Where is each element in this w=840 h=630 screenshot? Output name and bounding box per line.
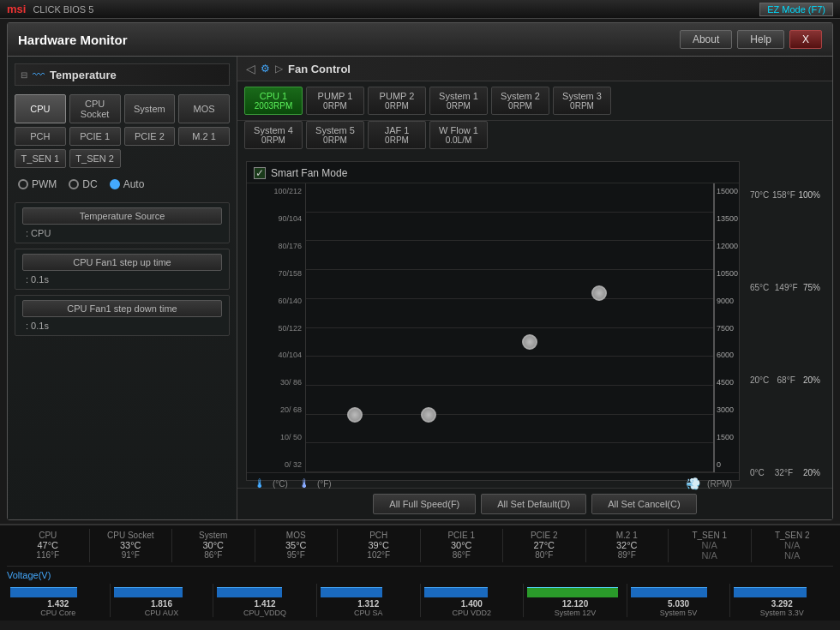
window-title: Hardware Monitor [18,33,675,47]
voltage-bar-4 [321,587,383,597]
sensor-btn-tsen2[interactable]: T_SEN 2 [69,149,121,168]
smart-fan-checkbox[interactable]: ✓ [254,167,266,179]
rpm-0: 0 [717,460,737,469]
y-label-20: 20/ 68 [249,405,302,414]
temp-pct-3: 20% [803,375,820,385]
close-button[interactable]: X [789,30,822,49]
collapse-icon[interactable]: ⊟ [21,70,27,80]
all-set-cancel-button[interactable]: All Set Cancel(C) [591,494,696,514]
voltage-system-5v: 5.030 System 5V [627,584,731,617]
temp-source-box: Temperature Source : CPU [15,202,230,243]
temperature-section-header: ⊟ 〰 Temperature [15,63,230,86]
voltage-bar-container-7 [631,584,727,597]
chart-container: ✓ Smart Fan Mode 0/ 32 10/ 50 20/ 68 30/… [246,161,740,481]
voltage-row: 1.432 CPU Core 1.816 CPU AUX 1.412 CPU_V… [7,584,833,617]
sensor-btn-cpu[interactable]: CPU [15,94,66,123]
chart-slider-2[interactable] [421,407,436,423]
voltage-cpu-vdd2: 1.400 CPU VDD2 [421,584,525,617]
temp-row-4: 0°C 32°F 20% [750,468,820,477]
voltage-bar-6 [527,587,618,597]
voltage-bar [10,587,77,597]
fan-btn-system1[interactable]: System 10RPM [429,87,488,115]
step-up-title[interactable]: CPU Fan1 step up time [22,254,222,271]
sensor-mos: MOS 35°C 95°F [255,529,339,562]
voltage-cpu-aux: 1.816 CPU AUX [111,584,214,617]
fan-btn-system3[interactable]: System 30RPM [553,87,611,115]
all-set-default-button[interactable]: All Set Default(D) [481,494,586,514]
temperature-section-title: Temperature [50,69,117,81]
temp-source-title[interactable]: Temperature Source [22,207,222,225]
temp-c-4: 0°C [750,468,765,477]
ez-mode-button[interactable]: EZ Mode (F7) [759,3,833,16]
hardware-monitor-window: Hardware Monitor About Help X ⊟ 〰 Temper… [7,22,833,520]
y-label-70: 70/158 [249,269,302,278]
voltage-bar-3 [217,587,282,597]
voltage-bar-container-4 [321,584,417,597]
y-label-100: 100/212 [249,187,302,195]
bottom-bar: CPU 47°C 116°F CPU Socket 33°C 91°F Syst… [0,524,840,621]
temp-c-2: 65°C [750,283,769,292]
sensor-btn-cpu-socket[interactable]: CPU Socket [69,94,121,123]
y-label-40: 40/104 [249,351,302,359]
top-bar: msi CLICK BIOS 5 EZ Mode (F7) [0,0,840,19]
sensor-cpu: CPU 47°C 116°F [7,529,90,562]
pwm-radio[interactable]: PWM [18,178,57,190]
arrow-right-icon: ▷ [275,63,283,75]
fan-buttons-row1: CPU 12003RPM PUMP 10RPM PUMP 20RPM Syste… [237,81,832,121]
chart-slider-3[interactable] [522,334,537,350]
temp-f-4: 32°F [775,468,793,477]
help-button[interactable]: Help [737,30,784,49]
chart-slider-4[interactable] [591,285,607,301]
fan-control-header: ◁ ⚙ ▷ Fan Control [237,57,832,81]
voltage-bar-8 [734,587,807,597]
fan-control-title: Fan Control [288,63,351,75]
voltage-system-33v: 3.292 System 3.3V [730,584,833,617]
fan-buttons-row2: System 40RPM System 50RPM JAF 10RPM W Fl… [237,121,832,154]
fan-btn-cpu1[interactable]: CPU 12003RPM [244,87,303,115]
rpm-13500: 13500 [717,214,737,223]
y-label-80: 80/176 [249,242,302,250]
temp-f-2: 149°F [775,283,798,292]
sensor-btn-pch[interactable]: PCH [15,127,66,146]
y-label-30: 30/ 86 [249,378,302,387]
sensor-btn-system[interactable]: System [124,94,176,123]
dc-radio[interactable]: DC [69,178,97,190]
sensor-m21: M.2 1 32°C 89°F [586,529,669,562]
auto-radio-circle [110,179,120,189]
fan-btn-system4[interactable]: System 40RPM [244,121,303,149]
all-full-speed-button[interactable]: All Full Speed(F) [373,494,476,514]
temp-c-3: 20°C [750,375,769,385]
temp-pct-4: 20% [803,468,820,477]
dc-radio-circle [69,179,79,189]
fan-btn-pump1[interactable]: PUMP 10RPM [306,87,364,115]
chart-inner: 0/ 32 10/ 50 20/ 68 30/ 86 40/104 50/122… [247,183,739,472]
pwm-label: PWM [32,178,57,190]
fan-btn-jaf1[interactable]: JAF 10RPM [368,121,426,149]
y-label-90: 90/104 [249,214,302,223]
fan-btn-wflow1[interactable]: W Flow 10.0L/M [429,121,488,149]
about-button[interactable]: About [680,30,732,49]
voltage-cpu-vddq: 1.412 CPU_VDDQ [213,584,317,617]
sensor-btn-pcie1[interactable]: PCIE 1 [69,127,121,146]
voltage-bar-container-2 [114,584,210,597]
temp-labels: 70°C 158°F 100% 65°C 149°F 75% 20°C 68°F… [747,161,824,481]
voltage-bar-container-8 [734,584,830,597]
sensor-btn-mos[interactable]: MOS [178,94,230,123]
fan-btn-system2[interactable]: System 20RPM [491,87,549,115]
smart-fan-header: ✓ Smart Fan Mode [247,162,739,183]
sensor-btn-m21[interactable]: M.2 1 [178,127,230,146]
step-down-title[interactable]: CPU Fan1 step down time [22,300,222,317]
sensor-pcie2: PCIE 2 27°C 80°F [503,529,586,562]
dc-label: DC [82,178,97,190]
sensor-btn-tsen1[interactable]: T_SEN 1 [15,149,66,168]
step-down-value: : 0.1s [22,321,222,331]
chart-slider-1[interactable] [347,407,363,423]
fan-btn-pump2[interactable]: PUMP 20RPM [368,87,426,115]
rpm-axis-label: (RPM) [707,479,732,489]
arrow-left-icon[interactable]: ◁ [246,62,255,75]
auto-radio[interactable]: Auto [110,178,145,190]
fan-rpm-icon: 💨 [686,477,700,490]
sensor-btn-pcie2[interactable]: PCIE 2 [124,127,176,146]
top-bar-right: EZ Mode (F7) [759,3,833,16]
fan-btn-system5[interactable]: System 50RPM [306,121,364,149]
